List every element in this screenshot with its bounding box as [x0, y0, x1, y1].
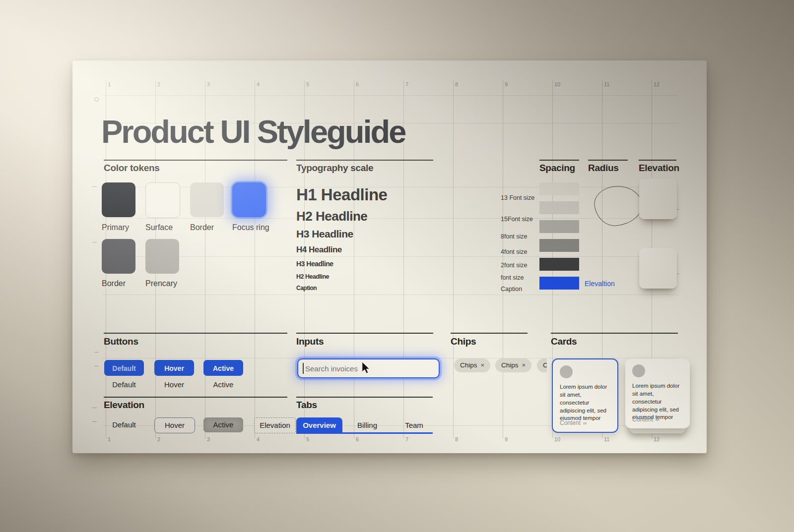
state-default[interactable]: Default — [104, 417, 144, 432]
type-sample-h3-small: H3 Headline — [296, 260, 333, 268]
button-active[interactable]: Active — [203, 360, 243, 376]
section-rule — [451, 333, 528, 334]
grid-number: 7 — [405, 436, 408, 442]
color-swatch-focus-ring — [232, 182, 266, 217]
grid-row-line — [102, 95, 678, 96]
color-swatch-primary — [102, 182, 135, 217]
section-title-spacing: Spacing — [539, 163, 575, 174]
grid-number: 10 — [554, 436, 560, 442]
swatch-label: Border — [190, 223, 214, 232]
grid-number: 11 — [604, 81, 609, 87]
section-title-radius: Radius — [588, 163, 619, 174]
link-icon: ∞ — [656, 416, 660, 422]
button-caption: Hover — [154, 380, 194, 389]
section-title-cards: Cards — [551, 336, 577, 347]
grid-row-line — [102, 218, 678, 219]
grid-row-line — [102, 187, 678, 187]
card-footer[interactable]: Content∞ — [560, 419, 587, 426]
scene: 1 2 3 4 5 6 7 8 9 10 11 12 1 2 3 4 5 6 7… — [0, 0, 794, 532]
radius-squircle-shape — [593, 183, 644, 228]
grid-number: 8 — [455, 81, 458, 87]
link-icon: ∞ — [583, 420, 587, 426]
grid-number: 5 — [306, 81, 309, 87]
tab-billing[interactable]: Billing — [347, 417, 387, 433]
button-caption: Default — [104, 380, 144, 389]
color-swatch-border-dark — [102, 239, 135, 274]
mouse-cursor — [360, 362, 371, 374]
button-caption: Active — [203, 380, 243, 389]
page-title: Product UI Styleguide — [101, 113, 405, 150]
grid-number: 10 — [554, 81, 560, 87]
color-swatch-border — [190, 182, 224, 217]
button-default[interactable]: Default — [104, 360, 144, 376]
grid-number: 4 — [257, 81, 260, 87]
grid-number: 2 — [157, 436, 160, 442]
chip-label: Chips — [460, 361, 477, 369]
grid-number: 7 — [405, 81, 408, 87]
section-rule — [104, 160, 287, 161]
chip-label: Chips — [543, 361, 547, 369]
tab-bar: Overview Billing Team — [296, 417, 433, 434]
tab-team[interactable]: Team — [396, 417, 433, 433]
card-elevated[interactable]: Lorem ipsum dolor sit amet, consectetur … — [625, 358, 690, 428]
type-size-label: 4font size — [501, 248, 528, 255]
type-size-label: font size — [501, 274, 524, 281]
spacing-bar-accent — [539, 277, 579, 290]
state-active[interactable]: Active — [203, 417, 243, 432]
grid-number: 1 — [108, 436, 111, 442]
section-title-inputs: Inputs — [296, 336, 324, 347]
swatch-label: Primary — [102, 223, 129, 232]
swatch-label: Surface — [145, 223, 173, 232]
grid-number: 6 — [356, 436, 359, 442]
swatch-label: Prencary — [145, 279, 177, 288]
grid-number: 8 — [455, 436, 458, 442]
section-title-elevation: Elevation — [639, 163, 679, 174]
card-footer-label: Content — [560, 419, 581, 426]
section-title-tabs: Tabs — [296, 400, 317, 411]
styleguide-poster: 1 2 3 4 5 6 7 8 9 10 11 12 1 2 3 4 5 6 7… — [72, 60, 707, 453]
grid-number: 1 — [108, 81, 111, 87]
card-outlined[interactable]: Lorem ipsum dolor sit amet, consectetur … — [552, 358, 618, 433]
chip[interactable]: Chips× — [454, 358, 490, 372]
chip[interactable]: Chips× — [537, 358, 547, 372]
spacing-bar — [539, 182, 579, 195]
tab-overview[interactable]: Overview — [296, 417, 342, 433]
state-hover[interactable]: Hover — [154, 417, 195, 433]
swatch-label: Border — [102, 279, 126, 288]
color-swatch-prencary — [145, 239, 179, 274]
section-rule — [551, 333, 678, 334]
chip-dismiss-icon[interactable]: × — [481, 361, 485, 369]
type-size-label: 8font size — [501, 233, 528, 240]
grid-number: 3 — [207, 436, 210, 442]
tab-underline — [296, 432, 433, 434]
card-body-text: Lorem ipsum dolor sit amet, consectetur … — [560, 383, 611, 422]
elevation-sample-card — [639, 178, 677, 219]
grid-row-line — [102, 295, 678, 295]
grid-number: 12 — [654, 436, 660, 442]
type-sample-h1: H1 Headline — [296, 185, 387, 204]
grid-number: 9 — [505, 436, 508, 442]
margin-mark — [92, 242, 97, 242]
type-sample-caption: Caption — [296, 285, 317, 292]
chip-dismiss-icon[interactable]: × — [522, 361, 526, 369]
section-title-elevation-states: Elevation — [104, 400, 144, 411]
grid-number: 6 — [356, 81, 359, 87]
button-hover[interactable]: Hover — [154, 360, 194, 376]
grid-number: 12 — [654, 81, 660, 87]
section-rule — [539, 160, 579, 161]
color-swatch-surface — [145, 182, 180, 218]
section-rule — [588, 160, 628, 161]
elevation-sample-card — [639, 248, 677, 289]
grid-row-line — [102, 256, 678, 257]
section-rule — [639, 160, 676, 161]
margin-mark — [92, 421, 97, 422]
type-size-label: 13 Font size — [501, 194, 534, 201]
section-rule — [296, 160, 433, 161]
type-sample-h3: H3 Headline — [296, 228, 353, 240]
section-title-color-tokens: Color tokens — [104, 163, 160, 174]
state-elevation[interactable]: Elevation — [254, 417, 296, 433]
type-sample-h2: H2 Headline — [296, 209, 367, 224]
chip[interactable]: Chips× — [495, 358, 531, 372]
card-footer[interactable]: Content∞ — [632, 416, 660, 423]
type-size-label: Caption — [501, 286, 522, 293]
